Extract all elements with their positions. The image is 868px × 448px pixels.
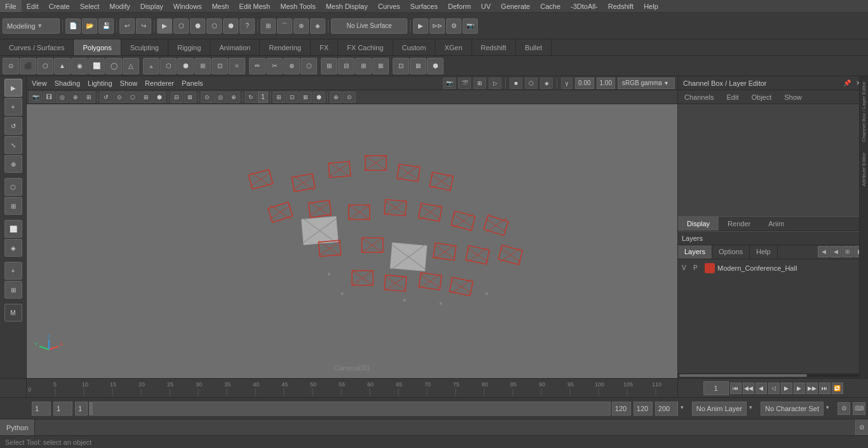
vp-wireframe-btn[interactable]: ⬡ (525, 78, 538, 89)
vp-xray-btn[interactable]: ◈ (540, 78, 553, 89)
layer-btn3[interactable]: ⊞ (842, 246, 853, 257)
select-tool-btn[interactable]: ▶ (157, 18, 172, 34)
panel-pin-btn[interactable]: 📌 (843, 79, 851, 88)
vp-it-btn16[interactable]: ↻ (245, 92, 257, 103)
frame-current-small[interactable]: 1 (75, 402, 88, 416)
menu-generate[interactable]: Generate (496, 0, 535, 12)
layer-btn2[interactable]: ◀ (830, 246, 841, 257)
vp-menu-view[interactable]: View (29, 79, 50, 87)
workspace-dropdown[interactable]: Modeling ▾ (3, 18, 60, 34)
range-dropdown[interactable]: ▾ (681, 404, 689, 413)
snap-point-btn[interactable]: ⊕ (294, 18, 309, 34)
menu-edit-mesh[interactable]: Edit Mesh (234, 0, 275, 12)
menu-redshift[interactable]: Redshift (603, 0, 639, 12)
cone-btn[interactable]: ▲ (54, 58, 71, 74)
vp-it-btn15[interactable]: ⊕ (227, 92, 240, 103)
layers-scroll-area[interactable]: ▶ (678, 373, 868, 378)
transport-play-back[interactable]: ◁ (768, 383, 780, 394)
transform-tool-sidebar[interactable]: + (4, 98, 22, 116)
menu-uv[interactable]: UV (476, 0, 496, 12)
torus-btn[interactable]: ◉ (71, 58, 88, 74)
end-frame-field[interactable]: 120 (634, 402, 653, 416)
vp-grid-btn[interactable]: ⊞ (473, 78, 486, 89)
snap-curve-btn[interactable]: ⌒ (277, 18, 292, 34)
viewport-3d[interactable]: X Y Z Camera001 (27, 104, 677, 378)
gamma-value2[interactable]: 1.00 (597, 78, 615, 89)
marquee-btn[interactable]: ⬢ (223, 18, 238, 34)
menu-surfaces[interactable]: Surfaces (405, 0, 443, 12)
transport-play[interactable]: ▶ (781, 383, 792, 394)
show-tab[interactable]: Show (778, 90, 808, 104)
vp-menu-renderer[interactable]: Renderer (142, 79, 177, 87)
vp-it-btn4[interactable]: ⊕ (69, 92, 82, 103)
combine-btn[interactable]: ⊞ (355, 58, 372, 74)
vp-sel-btn[interactable]: ▷ (489, 78, 501, 89)
universal-tool-sidebar[interactable]: ⊕ (4, 155, 22, 173)
anim-layer-dropdown[interactable]: ▾ (749, 404, 758, 413)
max-frame-field[interactable]: 120 (612, 402, 631, 416)
edit-tab[interactable]: Edit (720, 90, 745, 104)
current-frame-field[interactable]: 1 (32, 402, 51, 416)
cut-btn[interactable]: ✂ (266, 58, 283, 74)
anim-tab[interactable]: Anim (759, 217, 793, 231)
menu-modify[interactable]: Modify (104, 0, 135, 12)
vp-it-btn6[interactable]: ↺ (100, 92, 112, 103)
vp-it-btn22[interactable]: ⊙ (343, 92, 356, 103)
transport-prev-frame[interactable]: ◀ (756, 383, 767, 394)
render-settings-btn[interactable]: ⚙ (446, 18, 461, 34)
tab-rendering[interactable]: Rendering (260, 39, 311, 55)
snap-surface-btn[interactable]: ◈ (310, 18, 325, 34)
menu-file[interactable]: File (0, 0, 22, 12)
menu-edit[interactable]: Edit (22, 0, 44, 12)
mirror-btn[interactable]: ⊞ (321, 58, 337, 74)
display-tab[interactable]: Display (678, 217, 719, 231)
vp-menu-show[interactable]: Show (118, 79, 140, 87)
vp-menu-lighting[interactable]: Lighting (85, 79, 115, 87)
soft-select-btn[interactable]: ⬡ (207, 18, 222, 34)
layers-tab-options[interactable]: Options (712, 245, 750, 259)
paint-btn[interactable]: ⬣ (190, 18, 205, 34)
kbd-btn[interactable]: ⌨ (853, 402, 865, 415)
disk-btn[interactable]: ◯ (105, 58, 122, 74)
select-tool-sidebar[interactable]: ▶ (4, 79, 22, 97)
tab-redshift[interactable]: Redshift (472, 39, 516, 55)
layers-tab-help[interactable]: Help (750, 245, 778, 259)
maya-logo-sidebar[interactable]: M (4, 304, 22, 322)
lasso-sel-sidebar[interactable]: ◈ (4, 239, 22, 257)
snap-grid-btn[interactable]: ⊞ (261, 18, 276, 34)
vp-it-btn10[interactable]: ⬢ (153, 92, 166, 103)
vp-shading-btn[interactable]: ■ (510, 78, 522, 89)
smooth-btn[interactable]: ≈ (229, 58, 245, 74)
vp-it-btn11[interactable]: ⊟ (170, 92, 183, 103)
sphere-btn[interactable]: ⊙ (3, 58, 19, 74)
open-file-btn[interactable]: 📂 (82, 18, 97, 34)
python-label[interactable]: Python (0, 419, 35, 435)
extrude-btn[interactable]: ⟁ (143, 58, 159, 74)
tab-curves-surfaces[interactable]: Curves / Surfaces (0, 39, 74, 55)
transport-goto-start[interactable]: ⏮ (730, 383, 742, 394)
anim-layer-field[interactable]: No Anim Layer (692, 402, 747, 416)
menu-cache[interactable]: Cache (535, 0, 566, 12)
vp-it-btn5[interactable]: ⊞ (83, 92, 95, 103)
render-cam-btn[interactable]: 📷 (463, 18, 478, 34)
new-file-btn[interactable]: 📄 (65, 18, 81, 34)
transport-next-frame[interactable]: ▶ (794, 383, 805, 394)
prism-btn[interactable]: △ (123, 58, 139, 74)
question-btn[interactable]: ? (240, 18, 255, 34)
layer-p-btn[interactable]: P (693, 264, 702, 271)
tab-rigging[interactable]: Rigging (168, 39, 210, 55)
transport-goto-end[interactable]: ⏭ (819, 383, 831, 394)
vp-it-btn18[interactable]: ⊡ (286, 92, 299, 103)
fill-hole-btn[interactable]: ⊞ (194, 58, 211, 74)
uv-editor-btn[interactable]: ⊡ (393, 58, 409, 74)
menu-deform[interactable]: Deform (443, 0, 476, 12)
tab-sculpting[interactable]: Sculpting (121, 39, 168, 55)
separate-btn[interactable]: ⊠ (372, 58, 389, 74)
settings-btn[interactable]: ⚙ (837, 402, 850, 415)
menu-display[interactable]: Display (135, 0, 168, 12)
soft-mod-sidebar[interactable]: ⬡ (4, 178, 22, 196)
marquee-sel-sidebar[interactable]: ⬜ (4, 220, 22, 238)
multi-cut-btn[interactable]: ⬡ (301, 58, 317, 74)
save-file-btn[interactable]: 💾 (98, 18, 114, 34)
show-manip-sidebar[interactable]: ⊞ (4, 197, 22, 215)
